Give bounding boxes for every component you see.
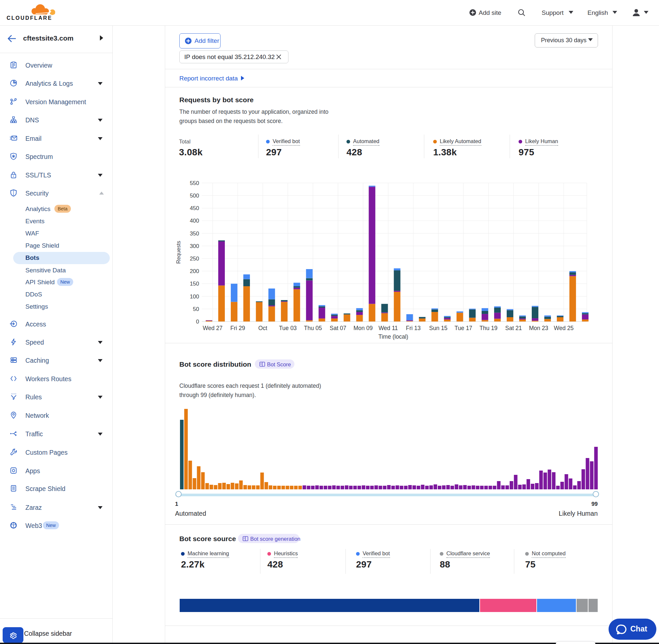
svg-text:Sat 21: Sat 21	[505, 325, 522, 331]
svg-text:450: 450	[190, 205, 199, 211]
svg-text:Tue 17: Tue 17	[455, 325, 472, 331]
svg-text:200: 200	[190, 268, 199, 274]
svg-text:Oct: Oct	[258, 325, 267, 331]
svg-text:150: 150	[190, 281, 199, 287]
svg-text:Requests: Requests	[175, 241, 181, 264]
svg-text:Mon 09: Mon 09	[353, 325, 373, 331]
svg-text:250: 250	[190, 256, 199, 262]
svg-text:Wed 11: Wed 11	[378, 325, 398, 331]
svg-text:500: 500	[190, 192, 199, 199]
svg-text:Thu 05: Thu 05	[304, 325, 322, 331]
svg-text:Mon 23: Mon 23	[529, 325, 548, 331]
svg-text:Wed 25: Wed 25	[554, 325, 573, 331]
svg-text:Fri 29: Fri 29	[231, 325, 245, 331]
svg-text:Time (local): Time (local)	[378, 334, 408, 340]
svg-text:Sun 15: Sun 15	[429, 325, 447, 331]
svg-text:Tue 03: Tue 03	[279, 325, 297, 331]
svg-text:Thu 19: Thu 19	[480, 325, 497, 331]
svg-text:300: 300	[190, 243, 199, 249]
svg-text:0: 0	[196, 319, 199, 325]
svg-text:Fri 13: Fri 13	[406, 325, 421, 331]
svg-text:400: 400	[190, 217, 199, 224]
svg-text:CLOUDFLARE: CLOUDFLARE	[6, 15, 52, 21]
svg-text:550: 550	[190, 180, 199, 186]
svg-text:350: 350	[190, 230, 199, 237]
svg-text:Sat 07: Sat 07	[330, 325, 347, 331]
svg-text:100: 100	[190, 294, 199, 300]
svg-text:50: 50	[193, 306, 199, 312]
svg-text:Wed 27: Wed 27	[203, 325, 222, 331]
